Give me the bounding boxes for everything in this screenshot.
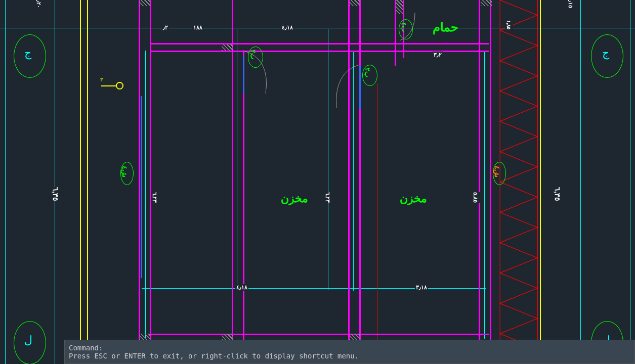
- grid-label: ل: [24, 334, 32, 347]
- grid-label: ج: [24, 47, 31, 60]
- dimension-text: ٣٫٢: [433, 52, 443, 58]
- column: [349, 0, 360, 6]
- window-label: ش٤: [121, 166, 129, 177]
- dimension-text: ٦,٣٥: [51, 187, 61, 201]
- door-label: ب٢: [364, 68, 371, 77]
- column: [349, 334, 360, 340]
- window-label: ش٤: [493, 166, 501, 177]
- column: [481, 0, 492, 6]
- command-prompt: Command:: [69, 344, 630, 352]
- door-label: ب٤: [400, 22, 408, 32]
- dimension-text: ٦,٢٣: [324, 192, 332, 203]
- section-line: [377, 83, 377, 364]
- dimension-line: [580, 0, 581, 364]
- wall: [348, 0, 350, 364]
- wall: [490, 0, 491, 364]
- cad-viewport[interactable]: ج ج ل ل ب٢ ب٢ ب٤ ش٤ ش٤ حمام مخزن مخزن ٫٢…: [0, 0, 635, 364]
- dimension-line: [630, 0, 630, 364]
- wall: [243, 51, 244, 364]
- wall: [359, 0, 361, 364]
- north-label: ٣: [100, 77, 103, 82]
- dimension-line: [142, 288, 486, 289]
- dimension-line: [5, 0, 6, 364]
- room-label-bathroom: حمام: [433, 20, 458, 34]
- dimension-text: ٦,٢٣: [151, 192, 159, 203]
- window-line: [141, 96, 142, 278]
- wall: [150, 43, 489, 44]
- room-label-store: مخزن: [281, 192, 308, 205]
- command-hint: Press ESC or ENTER to exit, or right-cli…: [69, 352, 630, 360]
- grid-line: [80, 0, 81, 364]
- dimension-extent: [484, 51, 485, 339]
- dimension-text: ٦,٣٥: [553, 187, 563, 201]
- dimension-text: ٥,٨٥: [472, 192, 480, 203]
- dimension-extent: [237, 29, 237, 290]
- dimension-text: ٣٫١٨: [415, 284, 428, 291]
- dimension-extent: [145, 51, 146, 339]
- dimension-text: ١,٨٥: [505, 20, 513, 29]
- stair-risers: [500, 0, 538, 364]
- dimension-text: ٤٫١٨: [281, 24, 294, 31]
- grid-line: [87, 0, 88, 364]
- dimension-text: ٫٢٠: [35, 0, 44, 8]
- dimension-text: ١٨٨: [192, 24, 203, 31]
- column: [222, 44, 233, 51]
- grid-label: ج: [602, 47, 609, 60]
- north-arrow: ٣: [101, 81, 123, 91]
- wall: [150, 0, 151, 364]
- dimension-line: [55, 0, 55, 364]
- door-arc: [334, 65, 362, 110]
- wall: [479, 0, 480, 364]
- dimension-text: ٫١٥: [567, 0, 575, 8]
- wall: [150, 334, 489, 335]
- column: [222, 334, 233, 340]
- dimension-text: ٫٢: [162, 24, 169, 31]
- dimension-extent: [328, 29, 328, 290]
- door-label: ب٢: [249, 50, 257, 59]
- wall: [139, 0, 140, 364]
- grid-line: [540, 0, 541, 364]
- dimension-text: ٤٫١٨: [235, 284, 248, 291]
- dimension-line: [0, 28, 635, 28]
- column: [396, 0, 403, 14]
- column: [139, 0, 150, 6]
- column: [139, 334, 150, 340]
- command-line[interactable]: Command: Press ESC or ENTER to exit, or …: [64, 340, 635, 364]
- wall: [232, 0, 233, 364]
- room-label-store: مخزن: [400, 192, 427, 205]
